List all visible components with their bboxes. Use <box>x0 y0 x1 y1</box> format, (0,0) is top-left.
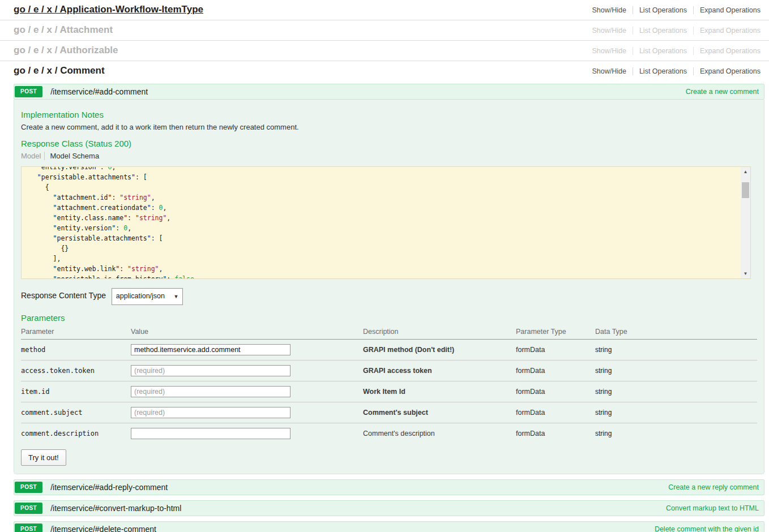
column-header-value: Value <box>131 325 363 340</box>
collapsed-operation: POST /itemservice/#delete-comment Delete… <box>14 521 764 532</box>
operation-summary-link[interactable]: Create a new reply comment <box>668 483 759 491</box>
resource-row: go / e / x / Comment Show/HideList Opera… <box>0 61 769 81</box>
expand-operations-link[interactable]: Expand Operations <box>693 27 761 35</box>
resource-title-link[interactable]: go / e / x / Comment <box>14 65 105 76</box>
show-hide-link[interactable]: Show/Hide <box>586 67 632 75</box>
show-hide-link[interactable]: Show/Hide <box>586 27 632 35</box>
parameters-heading: Parameters <box>21 313 757 323</box>
collapsed-operation: POST /itemservice/#add-reply-comment Cre… <box>14 479 764 495</box>
operation-heading-bar[interactable]: POST /itemservice/#add-comment Create a … <box>14 84 764 100</box>
collapsed-operation: POST /itemservice/#convert-markup-to-htm… <box>14 500 764 516</box>
parameter-name: item.id <box>21 381 131 402</box>
expand-operations-link[interactable]: Expand Operations <box>693 47 761 55</box>
parameter-value-input[interactable] <box>131 407 290 418</box>
resource-row: go / e / x / Attachment Show/HideList Op… <box>0 20 769 41</box>
parameter-value-input[interactable] <box>131 344 290 355</box>
column-header-parameter-type: Parameter Type <box>516 325 595 340</box>
operation-heading-bar[interactable]: POST /itemservice/#delete-comment Delete… <box>14 521 764 532</box>
show-hide-link[interactable]: Show/Hide <box>586 6 632 14</box>
parameter-data-type: string <box>595 402 757 423</box>
parameter-type: formData <box>516 381 595 402</box>
resource-action-links: Show/HideList OperationsExpand Operation… <box>586 25 761 35</box>
resource-title-link[interactable]: go / e / x / Application-Workflow-ItemTy… <box>14 3 203 15</box>
operation-path-link[interactable]: /itemservice/#add-comment <box>50 87 148 96</box>
list-operations-link[interactable]: List Operations <box>633 27 693 35</box>
parameter-description: Work Item Id <box>363 381 516 402</box>
parameter-name: method <box>21 340 131 361</box>
parameter-value-input[interactable] <box>131 386 290 397</box>
parameter-row: comment.descriptionComment's description… <box>21 423 757 444</box>
parameter-value-input[interactable] <box>131 428 290 439</box>
operation-path-link[interactable]: /itemservice/#convert-markup-to-html <box>50 504 181 513</box>
tab-model-schema[interactable]: Model Schema <box>44 152 99 160</box>
parameter-row: methodGRAPI method (Don't edit!)formData… <box>21 340 757 361</box>
show-hide-link[interactable]: Show/Hide <box>586 47 632 55</box>
resource-title-link[interactable]: go / e / x / Attachment <box>14 24 113 36</box>
resource-row: go / e / x / Authorizable Show/HideList … <box>0 41 769 61</box>
http-method-badge: POST <box>15 482 42 493</box>
parameter-type: formData <box>516 361 595 381</box>
parameter-type: formData <box>516 402 595 423</box>
parameter-data-type: string <box>595 423 757 444</box>
http-method-badge: POST <box>15 503 42 514</box>
list-operations-link[interactable]: List Operations <box>633 47 693 55</box>
operation-heading-bar[interactable]: POST /itemservice/#add-reply-comment Cre… <box>14 479 764 495</box>
response-content-type-label: Response Content Type <box>21 291 106 300</box>
resource-action-links: Show/HideList OperationsExpand Operation… <box>586 5 761 15</box>
swagger-page: go / e / x / Application-Workflow-ItemTy… <box>0 0 769 532</box>
response-content-type-row: Response Content Type application/json ▼ <box>21 288 757 305</box>
model-schema-json: "entity.version": 0, "persistable.attach… <box>22 166 750 279</box>
scroll-down-arrow-icon[interactable]: ▼ <box>741 269 750 278</box>
column-header-data-type: Data Type <box>595 325 757 340</box>
response-content-type-select[interactable]: application/json ▼ <box>112 288 183 305</box>
parameter-data-type: string <box>595 361 757 381</box>
operation-summary-link[interactable]: Delete comment with the given id <box>655 525 759 532</box>
response-class-tabs: ModelModel Schema <box>21 151 757 161</box>
parameter-description: Comment's description <box>363 423 516 444</box>
parameter-description: GRAPI access token <box>363 361 516 381</box>
operation-heading-bar[interactable]: POST /itemservice/#convert-markup-to-htm… <box>14 500 764 516</box>
operation-content-panel: Implementation Notes Create a new commen… <box>14 100 764 474</box>
parameter-value-input[interactable] <box>131 365 290 376</box>
http-method-badge: POST <box>15 524 42 532</box>
parameter-name: comment.subject <box>21 402 131 423</box>
resource-row: go / e / x / Application-Workflow-ItemTy… <box>0 0 769 20</box>
parameters-table-header: ParameterValueDescriptionParameter TypeD… <box>21 325 757 340</box>
tab-model[interactable]: Model <box>21 152 41 160</box>
parameter-data-type: string <box>595 381 757 402</box>
resource-action-links: Show/HideList OperationsExpand Operation… <box>586 45 761 55</box>
scroll-up-arrow-icon[interactable]: ▲ <box>741 167 750 177</box>
http-method-badge: POST <box>15 86 42 97</box>
list-operations-link[interactable]: List Operations <box>633 6 693 14</box>
implementation-notes-heading: Implementation Notes <box>21 110 757 120</box>
resource-action-links: Show/HideList OperationsExpand Operation… <box>586 66 761 76</box>
expand-operations-link[interactable]: Expand Operations <box>693 67 761 75</box>
parameter-row: comment.subjectComment's subjectformData… <box>21 402 757 423</box>
parameter-data-type: string <box>595 340 757 361</box>
implementation-notes-text: Create a new comment, add it to a work i… <box>21 122 757 132</box>
collapsed-operations-list: POST /itemservice/#add-reply-comment Cre… <box>0 479 769 532</box>
code-scrollbar[interactable]: ▲ ▼ <box>741 167 750 278</box>
operation-path-link[interactable]: /itemservice/#add-reply-comment <box>50 483 168 492</box>
selected-content-type: application/json <box>116 292 165 300</box>
column-header-parameter: Parameter <box>21 325 131 340</box>
operation-summary-link[interactable]: Create a new comment <box>686 88 759 96</box>
list-operations-link[interactable]: List Operations <box>633 67 693 75</box>
model-schema-codeblock: "entity.version": 0, "persistable.attach… <box>21 166 751 279</box>
parameter-row: access.token.tokenGRAPI access tokenform… <box>21 361 757 381</box>
operation-path-link[interactable]: /itemservice/#delete-comment <box>50 525 156 532</box>
response-class-heading: Response Class (Status 200) <box>21 139 757 149</box>
expand-operations-link[interactable]: Expand Operations <box>693 6 761 14</box>
parameters-table: ParameterValueDescriptionParameter TypeD… <box>21 325 757 444</box>
try-it-out-button[interactable]: Try it out! <box>21 449 66 466</box>
parameter-row: item.idWork Item IdformDatastring <box>21 381 757 402</box>
parameter-type: formData <box>516 340 595 361</box>
parameter-description: Comment's subject <box>363 402 516 423</box>
resource-title-link[interactable]: go / e / x / Authorizable <box>14 44 118 56</box>
scroll-thumb[interactable] <box>742 182 749 198</box>
resource-list: go / e / x / Application-Workflow-ItemTy… <box>0 0 769 81</box>
parameter-type: formData <box>516 423 595 444</box>
column-header-description: Description <box>363 325 516 340</box>
operation-summary-link[interactable]: Convert markup text to HTML <box>666 504 759 512</box>
parameter-description: GRAPI method (Don't edit!) <box>363 340 516 361</box>
